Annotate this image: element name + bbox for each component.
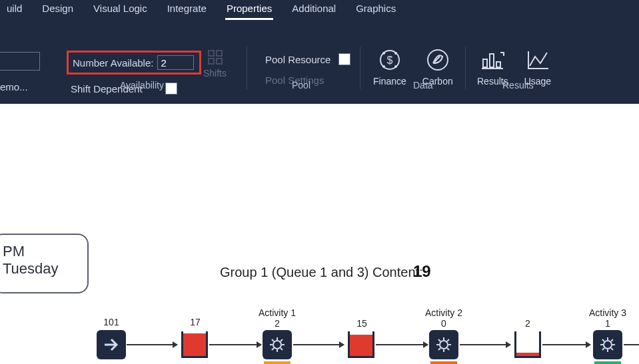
group-content-value: 19	[413, 262, 431, 281]
entry-node[interactable]	[97, 330, 126, 359]
queue1-count: 17	[185, 317, 205, 327]
shifts-icon	[206, 48, 225, 67]
tab-additional[interactable]: Additional	[291, 1, 337, 20]
tab-visual-logic[interactable]: Visual Logic	[92, 1, 149, 20]
flow-arrow	[293, 344, 344, 345]
number-available-label: Number Available:	[73, 57, 153, 69]
activity2-status-bar	[430, 361, 457, 364]
activity2-count: 0	[437, 318, 450, 329]
queue-3[interactable]	[514, 331, 541, 358]
activity3-label: Activity 3	[589, 307, 626, 318]
tab-design[interactable]: Design	[41, 1, 75, 20]
activity2-label: Activity 2	[425, 307, 462, 318]
data-group-label: Data	[413, 80, 433, 91]
pool-resource-label: Pool Resource	[265, 54, 330, 65]
svg-point-10	[428, 50, 448, 70]
tab-graphics[interactable]: Graphics	[354, 1, 397, 20]
pool-resource-checkbox[interactable]	[338, 53, 350, 65]
name-field-partial[interactable]	[0, 52, 40, 71]
queue3-count: 2	[521, 318, 534, 329]
svg-rect-1	[217, 51, 222, 56]
arrow-right-icon	[102, 335, 121, 354]
svg-rect-12	[490, 54, 494, 67]
number-available-input[interactable]	[157, 55, 194, 70]
activity1-label: Activity 1	[259, 307, 296, 318]
flow-arrow	[376, 344, 428, 345]
model-canvas[interactable]: PM Tuesday Group 1 (Queue 1 and 3) Conte…	[0, 104, 639, 364]
flow-arrow	[542, 344, 590, 345]
svg-rect-2	[209, 59, 214, 64]
flow-arrow	[209, 344, 261, 345]
queue2-count: 15	[352, 318, 372, 329]
memo-button[interactable]: emo...	[0, 81, 28, 92]
bar-chart-icon	[479, 47, 506, 73]
activity-3[interactable]	[593, 330, 622, 359]
availability-group-label: Availability	[120, 80, 164, 91]
svg-point-9	[394, 65, 397, 68]
queue-2[interactable]	[348, 331, 374, 358]
svg-rect-0	[209, 51, 214, 56]
finance-label: Finance	[373, 76, 406, 87]
ribbon: uild Design Visual Logic Integrate Prope…	[0, 0, 639, 104]
activity1-status-bar	[264, 361, 291, 364]
process-flow: 101 17 Activity 1 2 15 Activity 2 0	[93, 317, 639, 364]
svg-rect-3	[217, 59, 222, 64]
tab-properties[interactable]: Properties	[225, 1, 273, 20]
clock-time: PM	[3, 243, 81, 260]
separator	[465, 47, 466, 89]
svg-point-16	[604, 341, 612, 349]
flow-arrow	[624, 344, 639, 345]
clock-display: PM Tuesday	[0, 234, 89, 293]
svg-point-8	[382, 65, 385, 68]
activity3-count: 1	[601, 318, 614, 329]
money-icon: $	[376, 47, 403, 73]
gear-icon	[434, 335, 453, 354]
activity3-status-bar	[594, 361, 621, 364]
ribbon-tabs: uild Design Visual Logic Integrate Prope…	[0, 0, 639, 20]
number-available-row: Number Available:	[67, 51, 201, 75]
clock-day: Tuesday	[3, 260, 81, 277]
pool-group-label: Pool	[292, 80, 311, 91]
svg-point-15	[440, 341, 448, 349]
shifts-button: Shifts	[203, 48, 227, 79]
tab-integrate[interactable]: Integrate	[166, 1, 208, 20]
activity-2[interactable]	[429, 330, 458, 359]
activity-1[interactable]	[263, 330, 292, 359]
results-group-label: Results	[502, 80, 534, 91]
activity1-count: 2	[271, 318, 284, 329]
svg-text:$: $	[386, 55, 392, 66]
entry-count: 101	[101, 317, 121, 327]
finance-button[interactable]: $ Finance	[373, 47, 406, 87]
queue-1[interactable]	[181, 331, 208, 358]
svg-point-14	[273, 341, 281, 349]
separator	[360, 47, 360, 89]
leaf-icon	[424, 47, 451, 73]
flow-arrow	[460, 344, 510, 345]
gear-icon	[598, 335, 617, 354]
shift-dependent-checkbox[interactable]	[165, 83, 177, 94]
tab-build[interactable]: uild	[5, 1, 23, 20]
gear-icon	[268, 335, 287, 354]
svg-rect-13	[496, 62, 500, 67]
line-chart-icon	[524, 47, 551, 73]
svg-rect-11	[483, 59, 487, 67]
svg-point-7	[394, 52, 397, 55]
svg-point-6	[382, 52, 385, 55]
group-content-label: Group 1 (Queue 1 and 3) Content:	[220, 265, 423, 280]
flow-arrow	[127, 344, 177, 345]
shifts-label: Shifts	[203, 68, 227, 79]
separator	[247, 47, 247, 89]
